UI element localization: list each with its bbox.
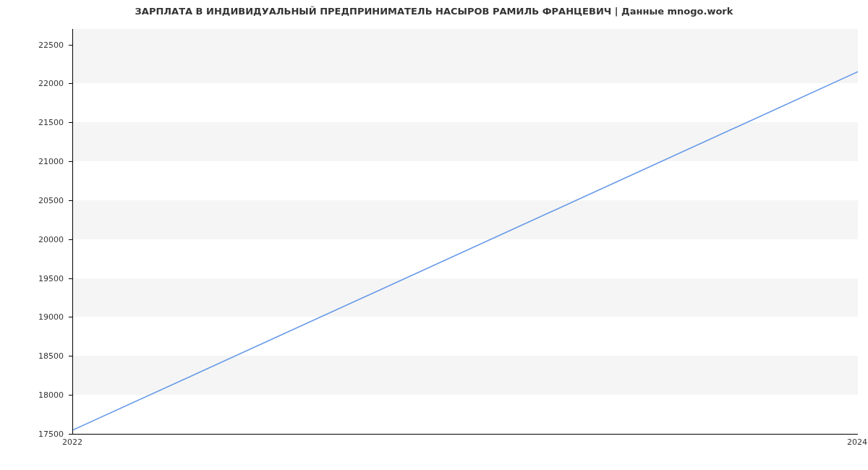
plot-area: [72, 29, 858, 435]
y-tick-label: 22000: [0, 79, 68, 88]
y-tick-label: 18000: [0, 390, 68, 400]
x-tick-label: 2024: [847, 437, 867, 447]
x-tick-label: 2022: [62, 437, 82, 447]
data-line: [73, 29, 858, 434]
y-tick-label: 22500: [0, 40, 68, 49]
y-tick-label: 18500: [0, 351, 68, 361]
chart-container: ЗАРПЛАТА В ИНДИВИДУАЛЬНЫЙ ПРЕДПРИНИМАТЕЛ…: [0, 0, 868, 470]
chart-title: ЗАРПЛАТА В ИНДИВИДУАЛЬНЫЙ ПРЕДПРИНИМАТЕЛ…: [0, 6, 868, 17]
y-tick-label: 20500: [0, 195, 68, 205]
y-tick-label: 21000: [0, 157, 68, 166]
y-tick-label: 19000: [0, 312, 68, 322]
y-tick-label: 19500: [0, 273, 68, 283]
y-tick-label: 17500: [0, 430, 68, 439]
y-tick-label: 21500: [0, 118, 68, 127]
y-tick-label: 20000: [0, 234, 68, 244]
